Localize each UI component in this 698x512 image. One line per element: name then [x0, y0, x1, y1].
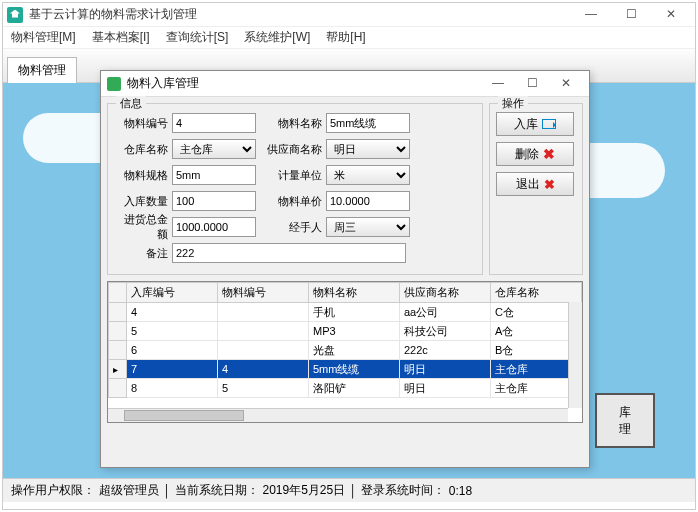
menu-material[interactable]: 物料管理[M] — [11, 29, 76, 46]
stock-in-button[interactable]: 入库 — [496, 112, 574, 136]
menu-help[interactable]: 帮助[H] — [326, 29, 365, 46]
dialog-close[interactable]: ✕ — [549, 74, 583, 94]
row-header-col — [109, 283, 127, 303]
exit-icon: ✖ — [544, 177, 555, 192]
minimize-button[interactable]: — — [571, 5, 611, 25]
cell-in-id: 6 — [127, 341, 218, 360]
cell-in-id: 7 — [127, 360, 218, 379]
table-row[interactable]: 745mm线缆明日主仓库 — [109, 360, 582, 379]
scroll-thumb[interactable] — [124, 410, 244, 421]
cell-in-id: 4 — [127, 303, 218, 322]
col-supplier[interactable]: 供应商名称 — [400, 283, 491, 303]
horizontal-scrollbar[interactable] — [108, 408, 568, 422]
qty-input[interactable] — [172, 191, 256, 211]
supplier-select[interactable]: 明日 — [326, 139, 410, 159]
table-row[interactable]: 4手机aa公司C仓 — [109, 303, 582, 322]
stock-in-icon — [542, 119, 556, 129]
cell-material-id — [218, 341, 309, 360]
delete-button[interactable]: 删除✖ — [496, 142, 574, 166]
col-warehouse[interactable]: 仓库名称 — [491, 283, 582, 303]
unit-select[interactable]: 米 — [326, 165, 410, 185]
total-input[interactable] — [172, 217, 256, 237]
cell-in-id: 8 — [127, 379, 218, 398]
unit-label: 计量单位 — [256, 168, 326, 183]
dialog-title: 物料入库管理 — [127, 75, 199, 92]
handler-label: 经手人 — [256, 220, 326, 235]
material-id-input[interactable] — [172, 113, 256, 133]
cell-material-id: 4 — [218, 360, 309, 379]
dialog-icon — [107, 77, 121, 91]
cell-material-name: MP3 — [309, 322, 400, 341]
note-label: 备注 — [114, 246, 172, 261]
warehouse-mgmt-button[interactable]: 库 理 — [595, 393, 655, 448]
spec-input[interactable] — [172, 165, 256, 185]
main-titlebar: 基于云计算的物料需求计划管理 — ☐ ✕ — [3, 3, 695, 27]
row-header — [109, 341, 127, 360]
cell-material-name: 洛阳铲 — [309, 379, 400, 398]
home-icon — [7, 7, 23, 23]
info-group: 信息 物料编号 物料名称 仓库名称 主仓库 供应商名称 明日 物料规格 计量单位… — [107, 103, 483, 275]
status-date: 2019年5月25日 — [263, 482, 346, 499]
material-in-dialog: 物料入库管理 — ☐ ✕ 信息 物料编号 物料名称 仓库名称 主仓库 供应商名称… — [100, 70, 590, 468]
cell-supplier: 222c — [400, 341, 491, 360]
row-header — [109, 360, 127, 379]
menu-query[interactable]: 查询统计[S] — [166, 29, 229, 46]
cell-material-name: 手机 — [309, 303, 400, 322]
status-role: 超级管理员 — [99, 482, 159, 499]
row-header — [109, 379, 127, 398]
col-material-name[interactable]: 物料名称 — [309, 283, 400, 303]
row-header — [109, 322, 127, 341]
status-login: 0:18 — [449, 484, 472, 498]
cell-supplier: 明日 — [400, 379, 491, 398]
dialog-titlebar: 物料入库管理 — ☐ ✕ — [101, 71, 589, 97]
exit-button[interactable]: 退出✖ — [496, 172, 574, 196]
status-role-label: 操作用户权限： — [11, 482, 95, 499]
price-input[interactable] — [326, 191, 410, 211]
info-group-label: 信息 — [116, 96, 146, 111]
row-header — [109, 303, 127, 322]
table-row[interactable]: 6光盘222cB仓 — [109, 341, 582, 360]
cell-supplier: 明日 — [400, 360, 491, 379]
cell-material-name: 光盘 — [309, 341, 400, 360]
qty-label: 入库数量 — [114, 194, 172, 209]
cell-material-id — [218, 322, 309, 341]
warehouse-label: 仓库名称 — [114, 142, 172, 157]
material-id-label: 物料编号 — [114, 116, 172, 131]
operation-group: 操作 入库 删除✖ 退出✖ — [489, 103, 583, 275]
table-row[interactable]: 5MP3科技公司A仓 — [109, 322, 582, 341]
tab-material[interactable]: 物料管理 — [7, 57, 77, 83]
menu-archive[interactable]: 基本档案[I] — [92, 29, 150, 46]
note-input[interactable] — [172, 243, 406, 263]
cell-material-name: 5mm线缆 — [309, 360, 400, 379]
cell-in-id: 5 — [127, 322, 218, 341]
dialog-minimize[interactable]: — — [481, 74, 515, 94]
material-name-input[interactable] — [326, 113, 410, 133]
delete-icon: ✖ — [543, 146, 555, 162]
supplier-label: 供应商名称 — [256, 142, 326, 157]
data-grid[interactable]: 入库编号 物料编号 物料名称 供应商名称 仓库名称 4手机aa公司C仓5MP3科… — [107, 281, 583, 423]
close-button[interactable]: ✕ — [651, 5, 691, 25]
statusbar: 操作用户权限： 超级管理员 │ 当前系统日期： 2019年5月25日 │ 登录系… — [3, 478, 695, 502]
col-in-id[interactable]: 入库编号 — [127, 283, 218, 303]
main-title: 基于云计算的物料需求计划管理 — [29, 6, 571, 23]
cell-material-id — [218, 303, 309, 322]
dialog-maximize[interactable]: ☐ — [515, 74, 549, 94]
status-date-label: 当前系统日期： — [175, 482, 259, 499]
price-label: 物料单价 — [256, 194, 326, 209]
cell-supplier: aa公司 — [400, 303, 491, 322]
menu-system[interactable]: 系统维护[W] — [244, 29, 310, 46]
table-row[interactable]: 85洛阳铲明日主仓库 — [109, 379, 582, 398]
col-material-id[interactable]: 物料编号 — [218, 283, 309, 303]
spec-label: 物料规格 — [114, 168, 172, 183]
cell-supplier: 科技公司 — [400, 322, 491, 341]
menubar: 物料管理[M] 基本档案[I] 查询统计[S] 系统维护[W] 帮助[H] — [3, 27, 695, 49]
handler-select[interactable]: 周三 — [326, 217, 410, 237]
warehouse-select[interactable]: 主仓库 — [172, 139, 256, 159]
material-name-label: 物料名称 — [256, 116, 326, 131]
total-label: 进货总金额 — [114, 212, 172, 242]
operation-group-label: 操作 — [498, 96, 528, 111]
status-login-label: 登录系统时间： — [361, 482, 445, 499]
vertical-scrollbar[interactable] — [568, 302, 582, 408]
maximize-button[interactable]: ☐ — [611, 5, 651, 25]
cell-material-id: 5 — [218, 379, 309, 398]
